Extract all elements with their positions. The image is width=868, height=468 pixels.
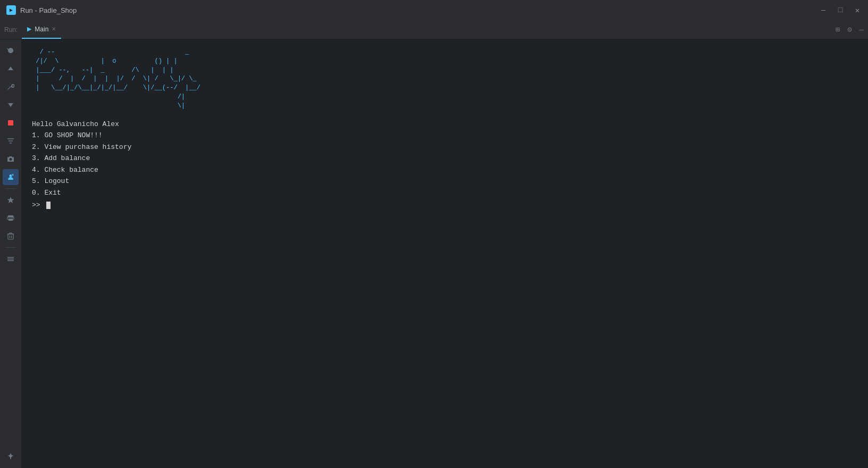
layers-button[interactable] bbox=[3, 251, 19, 267]
filter-output-button[interactable] bbox=[3, 133, 19, 149]
camera-button[interactable] bbox=[3, 151, 19, 167]
main-layout: ! bbox=[0, 39, 868, 468]
run-label: Run: bbox=[4, 26, 18, 34]
tab-bar-actions: ⊞ ⚙ — bbox=[836, 25, 864, 34]
sidebar-divider-2 bbox=[5, 247, 16, 248]
person-button[interactable]: ! bbox=[3, 169, 19, 185]
close-button[interactable]: ✕ bbox=[853, 6, 862, 14]
pin-button[interactable] bbox=[3, 449, 19, 465]
wrench-button[interactable] bbox=[3, 79, 19, 95]
scroll-up-button[interactable] bbox=[3, 61, 19, 77]
settings-icon[interactable]: ⚙ bbox=[847, 25, 852, 34]
svg-marker-7 bbox=[7, 197, 14, 203]
menu-item: 2. View purchase history bbox=[32, 142, 857, 153]
tab-label: Main bbox=[35, 26, 48, 33]
print-button[interactable] bbox=[3, 210, 19, 226]
svg-point-11 bbox=[12, 218, 13, 218]
window-title: Run - Padie_Shop bbox=[20, 6, 815, 14]
svg-rect-12 bbox=[8, 234, 13, 239]
menu-item: 0. Exit bbox=[32, 188, 857, 198]
title-bar: ▶ Run - Padie_Shop — □ ✕ bbox=[0, 0, 868, 20]
scroll-down-button[interactable] bbox=[3, 97, 19, 113]
menu-item: 4. Check balance bbox=[32, 165, 857, 176]
svg-rect-0 bbox=[8, 120, 13, 126]
terminal-output[interactable]: / -- _ /|/ \ | o () | | |___/ --, --| _ … bbox=[21, 39, 868, 468]
split-view-icon[interactable]: ⊞ bbox=[836, 25, 840, 34]
svg-point-4 bbox=[10, 174, 12, 177]
window-controls: — □ ✕ bbox=[819, 6, 862, 14]
sidebar: ! bbox=[0, 39, 21, 468]
tab-run-icon: ▶ bbox=[27, 26, 31, 32]
menu-items: 1. GO SHOP NOW!!!2. View purchase histor… bbox=[32, 130, 857, 198]
app-icon: ▶ bbox=[6, 5, 16, 15]
menu-item: 3. Add balance bbox=[32, 153, 857, 164]
minimize-button[interactable]: — bbox=[819, 6, 828, 14]
main-tab[interactable]: ▶ Main ✕ bbox=[22, 20, 61, 39]
menu-item: 1. GO SHOP NOW!!! bbox=[32, 130, 857, 141]
collapse-icon[interactable]: — bbox=[859, 26, 864, 34]
svg-text:!: ! bbox=[12, 175, 13, 177]
sidebar-divider-1 bbox=[5, 188, 16, 189]
delete-button[interactable] bbox=[3, 228, 19, 244]
greeting-line: Hello Galvanicho Alex bbox=[32, 119, 857, 130]
star-button[interactable] bbox=[3, 192, 19, 208]
tab-close-button[interactable]: ✕ bbox=[52, 26, 56, 32]
maximize-button[interactable]: □ bbox=[836, 6, 845, 14]
cursor bbox=[46, 202, 51, 209]
ascii-art-display: / -- _ /|/ \ | o () | | |___/ --, --| _ … bbox=[32, 48, 857, 111]
tab-bar: Run: ▶ Main ✕ ⊞ ⚙ — bbox=[0, 20, 868, 39]
stop-button[interactable] bbox=[3, 115, 19, 131]
prompt-line: >> bbox=[32, 200, 857, 211]
menu-item: 5. Logout bbox=[32, 176, 857, 187]
prompt-symbol: >> bbox=[32, 200, 40, 211]
rerun-button[interactable] bbox=[3, 43, 19, 59]
